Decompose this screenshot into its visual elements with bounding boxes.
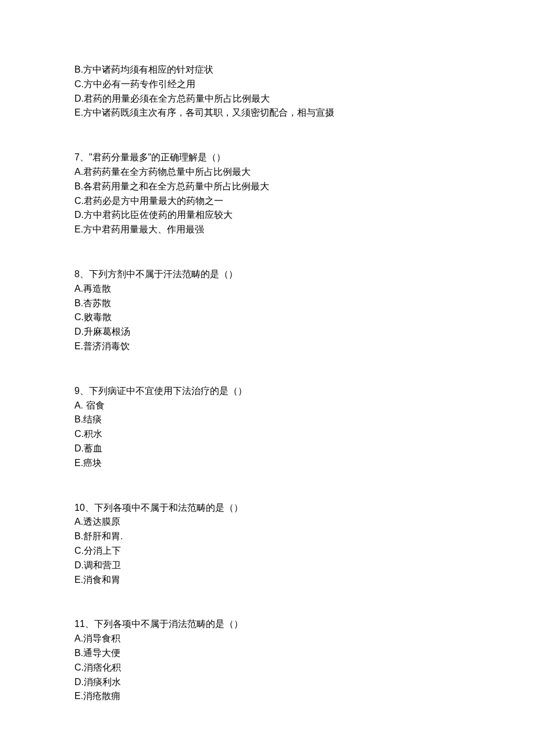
question-continuation: B.方中诸药均须有相应的针对症状 C.方中必有一药专作引经之用 D.君药的用量必… [74, 63, 535, 120]
option-c: C.分消上下 [74, 544, 535, 558]
option-d: D.蓄血 [74, 442, 535, 456]
option-c: C.消痞化积 [74, 661, 535, 675]
option-e: E.消疮散痈 [74, 689, 535, 704]
option-b: B.舒肝和胃. [74, 529, 535, 544]
option-a: A.再造散 [74, 282, 535, 296]
option-b: B.方中诸药均须有相应的针对症状 [74, 63, 535, 77]
question-10: 10、下列各项中不属于和法范畴的是（） A.透达膜原 B.舒肝和胃. C.分消上… [74, 501, 535, 587]
option-e: E.消食和胃 [74, 573, 535, 587]
option-c: C.君药必是方中用量最大的药物之一 [74, 194, 535, 209]
question-11: 11、下列各项中不属于消法范畴的是（） A.消导食积 B.通导大便 C.消痞化积… [74, 617, 535, 704]
option-d: D.消痰利水 [74, 675, 535, 690]
option-e: E.方中君药用量最大、作用最强 [74, 223, 535, 237]
option-c: C.败毒散 [74, 310, 535, 325]
option-d: D.调和营卫 [74, 558, 535, 573]
option-a: A.透达膜原 [74, 515, 535, 529]
option-c: C.积水 [74, 427, 535, 442]
option-a: A.君药药量在全方药物总量中所占比例最大 [74, 165, 535, 180]
option-e: E.癌块 [74, 456, 535, 471]
option-b: B.杏苏散 [74, 296, 535, 311]
option-d: D.升麻葛根汤 [74, 325, 535, 339]
option-b: B.通导大便 [74, 646, 535, 661]
question-9: 9、下列病证中不宜使用下法治疗的是（） A. 宿食 B.结痰 C.积水 D.蓄血… [74, 384, 535, 471]
option-d: D.方中君药比臣佐使药的用量相应较大 [74, 208, 535, 223]
option-a: A. 宿食 [74, 399, 535, 413]
question-8: 8、下列方剂中不属于汗法范畴的是（） A.再造散 B.杏苏散 C.败毒散 D.升… [74, 267, 535, 354]
question-stem: 10、下列各项中不属于和法范畴的是（） [74, 501, 535, 515]
question-stem: 11、下列各项中不属于消法范畴的是（） [74, 617, 535, 632]
question-stem: 9、下列病证中不宜使用下法治疗的是（） [74, 384, 535, 399]
question-stem: 8、下列方剂中不属于汗法范畴的是（） [74, 267, 535, 282]
option-e: E.普济消毒饮 [74, 339, 535, 354]
option-b: B.结痰 [74, 413, 535, 427]
option-b: B.各君药用量之和在全方总药量中所占比例最大 [74, 180, 535, 194]
option-e: E.方中诸药既须主次有序，各司其职，又须密切配合，相与宣摄 [74, 106, 535, 120]
option-c: C.方中必有一药专作引经之用 [74, 77, 535, 92]
option-d: D.君药的用量必须在全方总药量中所占比例最大 [74, 92, 535, 106]
question-stem: 7、"君药分量最多"的正确理解是（） [74, 151, 535, 165]
question-7: 7、"君药分量最多"的正确理解是（） A.君药药量在全方药物总量中所占比例最大 … [74, 151, 535, 237]
option-a: A.消导食积 [74, 632, 535, 646]
